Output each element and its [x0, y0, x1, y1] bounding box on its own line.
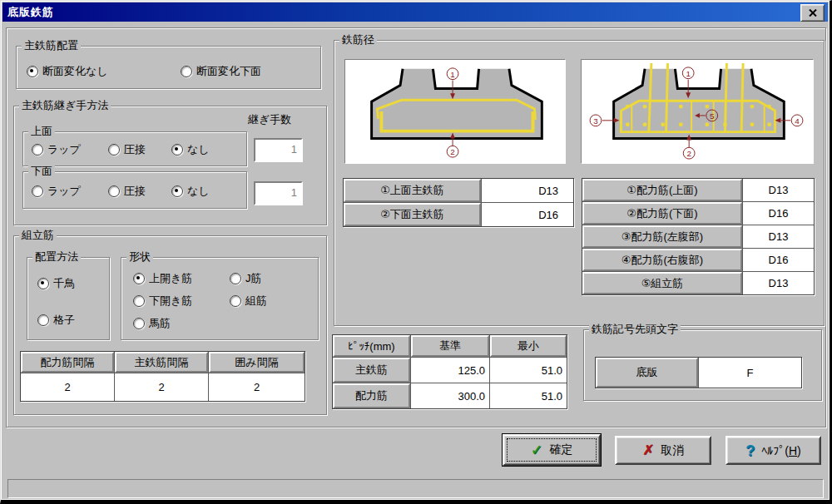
radio-section-change-bottom[interactable]: 断面変化下面 — [181, 66, 261, 77]
diagram-mark-5: 5 — [710, 111, 715, 121]
radio-icon — [37, 314, 49, 326]
radio-icon — [27, 66, 38, 77]
table-header-cell: ②配力筋(下面) — [582, 202, 742, 225]
group-title: 鉄筋記号先頭文字 — [589, 323, 681, 335]
prefix-label-cell: 底版 — [596, 358, 698, 388]
help-button-label: ﾍﾙﾌﾟ(H) — [761, 444, 800, 457]
group-title: 形状 — [126, 250, 153, 263]
table-value-cell[interactable]: 125.0 — [411, 358, 489, 383]
window-title: 底版鉄筋 — [2, 5, 54, 20]
question-icon: ? — [745, 443, 755, 458]
radio-pressure-weld-bottom[interactable]: 圧接 — [108, 185, 146, 197]
radio-lap-bottom[interactable]: ラップ — [32, 185, 81, 197]
pitch-table: ﾋﾟｯﾁ(mm) 基準 最小 主鉄筋 125.0 51.0 配力筋 300.0 … — [332, 334, 567, 409]
cancel-button[interactable]: ✗ 取消 — [615, 436, 711, 465]
fieldset-arrangement-method: 配置方法 千鳥 格子 — [27, 257, 110, 340]
table-value-cell[interactable]: D16 — [743, 202, 814, 225]
diagram-mark-2: 2 — [450, 147, 454, 156]
radio-label: なし — [187, 184, 210, 199]
radio-icon — [32, 185, 43, 197]
table-value-cell[interactable]: D16 — [743, 249, 814, 271]
group-title: 上面 — [28, 125, 55, 137]
radio-label: 断面変化なし — [42, 64, 108, 79]
table-header-cell: ①上面主鉄筋 — [344, 179, 481, 202]
table-value-cell[interactable]: 2 — [115, 373, 208, 401]
spacing-table: 配力筋間隔 主鉄筋間隔 囲み間隔 2 2 2 — [20, 351, 305, 402]
close-button[interactable] — [800, 4, 825, 22]
group-title: 主鉄筋配置 — [22, 39, 81, 52]
input-joint-count-top[interactable]: 1 — [254, 138, 303, 162]
diagram-mark-2: 2 — [686, 149, 691, 158]
fieldset-bottom-face: 下面 ラップ 圧接 なし — [22, 171, 247, 209]
prefix-value-cell[interactable]: F — [699, 358, 801, 388]
table-header-cell: ②下面主鉄筋 — [344, 203, 481, 226]
table-value-cell[interactable]: 2 — [209, 373, 305, 401]
radio-top-open-bar[interactable]: 上開き筋 — [133, 273, 192, 284]
table-value-cell[interactable]: 300.0 — [411, 383, 489, 408]
radio-uma-bar[interactable]: 馬筋 — [133, 318, 171, 329]
table-value-cell[interactable]: 2 — [21, 373, 114, 401]
table-value-cell[interactable]: D13 — [743, 225, 814, 248]
radio-lap-top[interactable]: ラップ — [32, 144, 81, 156]
ok-button-label: 確定 — [550, 442, 573, 457]
diagram-mark-1: 1 — [450, 70, 454, 79]
radio-grid[interactable]: 格子 — [37, 314, 75, 326]
group-main-rebar-layout: 主鉄筋配置 断面変化なし 断面変化下面 — [16, 46, 321, 89]
radio-icon — [133, 318, 145, 329]
table-value-cell[interactable]: D13 — [482, 179, 573, 202]
table-header-cell: ①配力筋(上面) — [582, 179, 742, 201]
ok-button[interactable]: ✓ 確定 — [503, 434, 601, 466]
table-value-cell[interactable]: D13 — [743, 272, 814, 294]
radio-label: 上開き筋 — [149, 271, 192, 286]
radio-kumi-bar[interactable]: 組筋 — [230, 295, 267, 307]
radio-icon — [108, 144, 120, 156]
radio-none-bottom[interactable]: なし — [171, 185, 210, 197]
table-row-label-cell: 配力筋 — [333, 383, 410, 408]
footing-diagram-main-rebar: 1 2 — [344, 59, 566, 164]
radio-bottom-open-bar[interactable]: 下開き筋 — [133, 295, 192, 307]
radio-icon — [108, 185, 120, 197]
table-header-cell: 最小 — [490, 335, 567, 357]
group-joint-method: 主鉄筋継ぎ手方法 継ぎ手数 上面 ラップ 圧接 なし 1 下面 ラップ — [13, 106, 327, 225]
radio-icon — [133, 273, 145, 284]
radio-none-top[interactable]: なし — [171, 144, 210, 156]
radio-label: 圧接 — [124, 142, 146, 157]
group-title: 組立筋 — [19, 229, 57, 241]
radio-no-section-change[interactable]: 断面変化なし — [27, 66, 108, 77]
radio-label: J筋 — [245, 271, 262, 286]
diagram-mark-1: 1 — [686, 69, 690, 78]
radio-label: なし — [187, 142, 210, 157]
radio-label: 断面変化下面 — [196, 64, 261, 79]
table-header-cell: 基準 — [411, 335, 489, 357]
group-symbol-prefix: 鉄筋記号先頭文字 底版 F — [583, 329, 822, 401]
radio-label: 馬筋 — [149, 316, 171, 331]
help-button[interactable]: ? ﾍﾙﾌﾟ(H) — [726, 436, 821, 465]
radio-label: ラップ — [47, 184, 81, 199]
fieldset-shape: 形状 上開き筋 J筋 下開き筋 組筋 馬筋 — [121, 257, 319, 340]
footing-diagram-distribution-rebar: 1 2 3 4 5 — [581, 59, 814, 164]
distribution-rebar-diameter-table: ①配力筋(上面) D13 ②配力筋(下面) D16 ③配力筋(左腹部) D13 … — [582, 178, 815, 295]
group-title: 下面 — [28, 165, 55, 177]
radio-staggered[interactable]: 千鳥 — [37, 278, 75, 289]
radio-label: 千鳥 — [53, 276, 75, 291]
table-value-cell[interactable]: D16 — [482, 203, 573, 226]
radio-icon — [37, 278, 49, 289]
titlebar[interactable]: 底版鉄筋 — [2, 2, 828, 22]
input-joint-count-bottom[interactable]: 1 — [254, 181, 303, 205]
fieldset-top-face: 上面 ラップ 圧接 なし — [22, 131, 247, 166]
table-header-cell: 囲み間隔 — [209, 352, 305, 373]
radio-icon — [32, 144, 43, 156]
radio-icon — [230, 295, 241, 307]
diagram-mark-4: 4 — [795, 116, 800, 126]
table-value-cell[interactable]: D13 — [743, 179, 814, 201]
group-rebar-diameter: 鉄筋径 1 — [334, 40, 825, 326]
table-value-cell[interactable]: 51.0 — [490, 383, 567, 408]
radio-pressure-weld-top[interactable]: 圧接 — [108, 144, 146, 156]
table-value-cell[interactable]: 51.0 — [490, 358, 567, 383]
radio-label: ラップ — [47, 142, 81, 157]
bottom-strip — [7, 479, 824, 498]
radio-label: 組筋 — [245, 294, 267, 309]
radio-j-bar[interactable]: J筋 — [230, 273, 262, 284]
table-header-cell: 主鉄筋間隔 — [115, 352, 208, 373]
radio-label: 圧接 — [124, 184, 146, 199]
